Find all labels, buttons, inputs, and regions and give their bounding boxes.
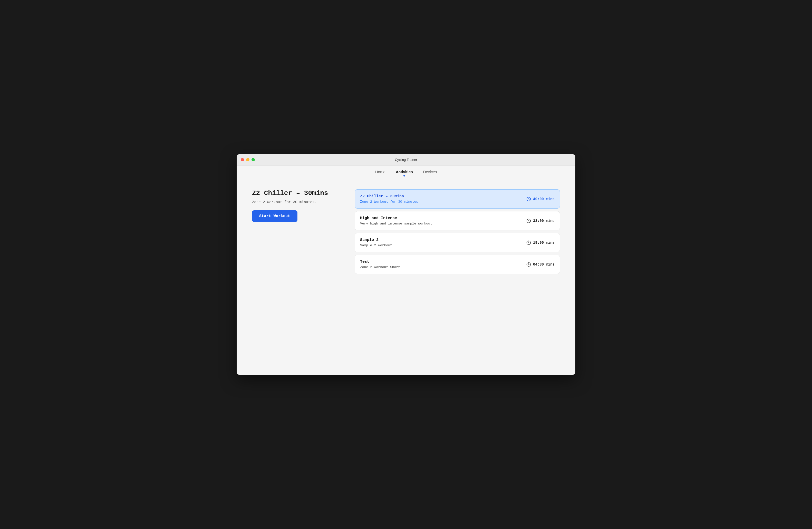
card-right-high-intense: 33:00 mins [526,219,555,223]
card-name-sample-2: Sample 2 [360,238,394,242]
card-duration-high-intense: 33:00 mins [533,219,555,223]
window-controls [241,158,255,161]
start-workout-button[interactable]: Start Workout [252,210,298,222]
selected-workout-title: Z2 Chiller – 30mins [252,189,339,197]
workout-card-test[interactable]: Test Zone 2 Workout Short 04:30 mins [355,255,560,274]
card-left-sample-2: Sample 2 Sample 2 workout. [360,238,394,247]
card-desc-z2-chiller: Zone 2 Workout for 30 minutes. [360,200,420,204]
card-duration-test: 04:30 mins [533,262,555,267]
nav-home[interactable]: Home [375,170,386,177]
selected-workout-description: Zone 2 Workout for 30 minutes. [252,200,339,204]
window-title: Cycling Trainer [395,158,417,162]
workout-card-high-intense[interactable]: High and Intense Very high and intense s… [355,211,560,230]
clock-icon [526,240,531,245]
nav-devices[interactable]: Devices [423,170,437,177]
maximize-button[interactable] [251,158,255,161]
workout-list: Z2 Chiller – 30mins Zone 2 Workout for 3… [355,187,560,365]
close-button[interactable] [241,158,244,161]
card-duration-z2-chiller: 40:00 mins [533,197,555,201]
card-right-sample-2: 19:00 mins [526,240,555,245]
main-content: Z2 Chiller – 30mins Zone 2 Workout for 3… [237,177,575,375]
card-desc-high-intense: Very high and intense sample workout [360,222,432,225]
left-panel: Z2 Chiller – 30mins Zone 2 Workout for 3… [252,187,339,365]
card-left-high-intense: High and Intense Very high and intense s… [360,216,432,225]
workout-card-z2-chiller[interactable]: Z2 Chiller – 30mins Zone 2 Workout for 3… [355,189,560,209]
minimize-button[interactable] [246,158,249,161]
card-right-test: 04:30 mins [526,262,555,267]
card-name-test: Test [360,260,400,264]
clock-icon [526,197,531,201]
app-window: Cycling Trainer Home Activities Devices … [237,154,575,375]
card-left-test: Test Zone 2 Workout Short [360,260,400,269]
nav-activities[interactable]: Activities [396,170,413,177]
card-desc-test: Zone 2 Workout Short [360,265,400,269]
clock-icon [526,219,531,223]
card-name-z2-chiller: Z2 Chiller – 30mins [360,194,420,199]
card-left-z2-chiller: Z2 Chiller – 30mins Zone 2 Workout for 3… [360,194,420,204]
card-right-z2-chiller: 40:00 mins [526,197,555,201]
workout-card-sample-2[interactable]: Sample 2 Sample 2 workout. 19:00 mins [355,233,560,252]
clock-icon [526,262,531,267]
card-desc-sample-2: Sample 2 workout. [360,244,394,247]
navbar: Home Activities Devices [237,165,575,177]
card-duration-sample-2: 19:00 mins [533,241,555,245]
titlebar: Cycling Trainer [237,154,575,165]
card-name-high-intense: High and Intense [360,216,432,220]
